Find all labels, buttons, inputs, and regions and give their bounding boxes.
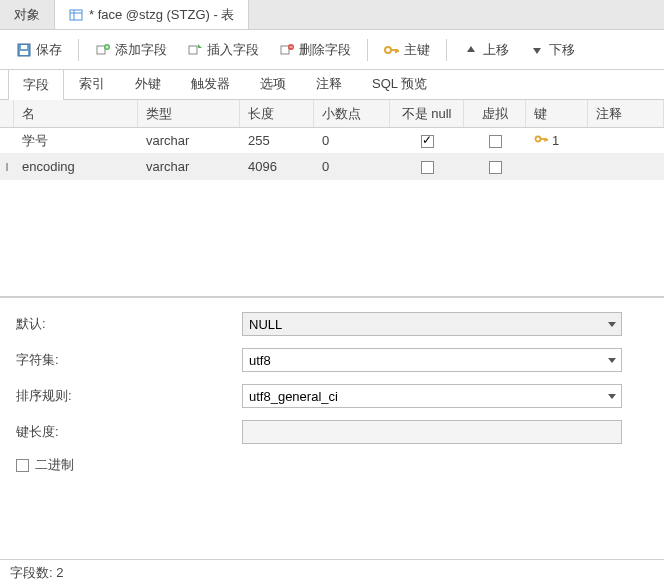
tab-sql-preview[interactable]: SQL 预览: [357, 68, 442, 99]
cell-name[interactable]: encoding: [14, 156, 138, 177]
toolbar: 保存 添加字段 插入字段 删除字段 主键 上移 下移: [0, 30, 664, 70]
cell-virtual[interactable]: [464, 130, 526, 151]
delete-field-icon: [279, 42, 295, 58]
cell-notnull[interactable]: [390, 130, 464, 151]
default-label: 默认:: [16, 315, 242, 333]
move-down-label: 下移: [549, 41, 575, 59]
primary-key-button[interactable]: 主键: [376, 37, 438, 63]
field-count: 字段数: 2: [10, 564, 63, 582]
move-down-button[interactable]: 下移: [521, 37, 583, 63]
charset-select[interactable]: [242, 348, 622, 372]
cell-comment[interactable]: [588, 138, 664, 144]
grid-header: 名 类型 长度 小数点 不是 null 虚拟 键 注释: [0, 100, 664, 128]
cell-length[interactable]: 255: [240, 130, 314, 151]
tab-fks[interactable]: 外键: [120, 68, 176, 99]
separator: [78, 39, 79, 61]
svg-rect-6: [97, 46, 105, 54]
window-tabs: 对象 * face @stzg (STZG) - 表: [0, 0, 664, 30]
delete-field-label: 删除字段: [299, 41, 351, 59]
insert-field-button[interactable]: 插入字段: [179, 37, 267, 63]
header-decimals[interactable]: 小数点: [314, 100, 390, 127]
collation-label: 排序规则:: [16, 387, 242, 405]
header-name[interactable]: 名: [14, 100, 138, 127]
fields-grid: 名 类型 长度 小数点 不是 null 虚拟 键 注释 学号 varchar 2…: [0, 100, 664, 297]
separator: [446, 39, 447, 61]
key-icon: [384, 42, 400, 58]
tab-triggers[interactable]: 触发器: [176, 68, 245, 99]
add-field-icon: [95, 42, 111, 58]
tab-fks-label: 外键: [135, 76, 161, 91]
tab-comment[interactable]: 注释: [301, 68, 357, 99]
svg-rect-12: [281, 46, 289, 54]
tab-triggers-label: 触发器: [191, 76, 230, 91]
tab-indexes[interactable]: 索引: [64, 68, 120, 99]
tab-indexes-label: 索引: [79, 76, 105, 91]
key-number: 1: [552, 133, 559, 148]
cell-type[interactable]: varchar: [138, 156, 240, 177]
tab-current-table[interactable]: * face @stzg (STZG) - 表: [55, 0, 249, 29]
tab-comment-label: 注释: [316, 76, 342, 91]
grid-empty-area[interactable]: [0, 180, 664, 296]
cell-key[interactable]: 1: [526, 130, 588, 151]
field-properties-panel: 默认: 字符集: 排序规则: 键长度: 二进制: [0, 297, 664, 500]
delete-field-button[interactable]: 删除字段: [271, 37, 359, 63]
key-icon: [534, 133, 550, 148]
status-bar: 字段数: 2: [0, 559, 664, 585]
cell-virtual[interactable]: [464, 156, 526, 177]
tab-current-label: * face @stzg (STZG) - 表: [89, 6, 234, 24]
svg-rect-0: [70, 10, 82, 20]
binary-checkbox[interactable]: [16, 459, 29, 472]
svg-marker-19: [467, 46, 475, 52]
charset-label: 字符集:: [16, 351, 242, 369]
header-marker: [0, 100, 14, 127]
cell-length[interactable]: 4096: [240, 156, 314, 177]
tab-options-label: 选项: [260, 76, 286, 91]
checkbox-icon: [421, 161, 434, 174]
table-icon: [69, 8, 83, 22]
tab-fields[interactable]: 字段: [8, 69, 64, 100]
binary-label: 二进制: [35, 456, 74, 474]
add-field-button[interactable]: 添加字段: [87, 37, 175, 63]
cell-name[interactable]: 学号: [14, 129, 138, 153]
checkbox-icon: [421, 135, 434, 148]
header-comment[interactable]: 注释: [588, 100, 664, 127]
save-button[interactable]: 保存: [8, 37, 70, 63]
tab-object[interactable]: 对象: [0, 0, 55, 29]
header-type[interactable]: 类型: [138, 100, 240, 127]
table-row[interactable]: I encoding varchar 4096 0: [0, 154, 664, 180]
cell-decimals[interactable]: 0: [314, 156, 390, 177]
tab-options[interactable]: 选项: [245, 68, 301, 99]
tab-object-label: 对象: [14, 6, 40, 24]
key-length-input[interactable]: [242, 420, 622, 444]
header-notnull[interactable]: 不是 null: [390, 100, 464, 127]
separator: [367, 39, 368, 61]
cell-type[interactable]: varchar: [138, 130, 240, 151]
tab-fields-label: 字段: [23, 77, 49, 92]
svg-rect-4: [20, 51, 28, 55]
cell-key[interactable]: [526, 164, 588, 170]
header-virtual[interactable]: 虚拟: [464, 100, 526, 127]
primary-key-label: 主键: [404, 41, 430, 59]
move-up-label: 上移: [483, 41, 509, 59]
checkbox-icon: [489, 161, 502, 174]
default-select[interactable]: [242, 312, 622, 336]
arrow-down-icon: [529, 42, 545, 58]
save-label: 保存: [36, 41, 62, 59]
cell-notnull[interactable]: [390, 156, 464, 177]
key-length-label: 键长度:: [16, 423, 242, 441]
insert-field-icon: [187, 42, 203, 58]
detail-tabs: 字段 索引 外键 触发器 选项 注释 SQL 预览: [0, 70, 664, 100]
svg-rect-5: [21, 45, 27, 49]
add-field-label: 添加字段: [115, 41, 167, 59]
collation-select[interactable]: [242, 384, 622, 408]
svg-rect-10: [189, 46, 197, 54]
header-length[interactable]: 长度: [240, 100, 314, 127]
svg-marker-20: [533, 48, 541, 54]
svg-point-21: [536, 137, 541, 142]
table-row[interactable]: 学号 varchar 255 0 1: [0, 128, 664, 154]
header-key[interactable]: 键: [526, 100, 588, 127]
svg-marker-11: [198, 44, 202, 48]
cell-comment[interactable]: [588, 164, 664, 170]
cell-decimals[interactable]: 0: [314, 130, 390, 151]
move-up-button[interactable]: 上移: [455, 37, 517, 63]
